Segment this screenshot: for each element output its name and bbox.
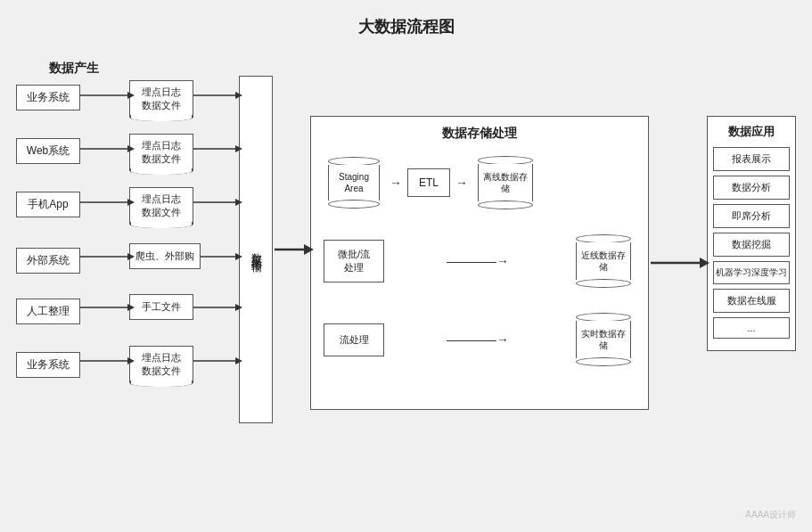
app-item-0: 报表展示 bbox=[713, 147, 790, 171]
staging-area-cylinder: Staging Area bbox=[324, 157, 384, 209]
app-item-6: ... bbox=[713, 317, 790, 339]
source-row-2: Web系统 bbox=[16, 138, 80, 168]
arrow-stream-db3: ————→ bbox=[390, 332, 566, 347]
log-file-6: 埋点日志 数据文件 bbox=[129, 346, 193, 383]
collection-box: 数据采集传输 bbox=[239, 76, 273, 423]
source-row-6: 业务系统 bbox=[16, 352, 80, 381]
app-item-2: 即席分析 bbox=[713, 204, 790, 228]
log-file-1: 埋点日志 数据文件 bbox=[129, 80, 193, 118]
source-row-1: 业务系统 bbox=[16, 85, 80, 114]
app-box: 数据应用 报表展示 数据分析 即席分析 数据挖掘 机器学习深度学习 数据在线服 … bbox=[707, 116, 796, 351]
log-file-2: 埋点日志 数据文件 bbox=[129, 134, 193, 171]
arrow-micro-db2: ————→ bbox=[390, 254, 566, 268]
app-item-3: 数据挖掘 bbox=[713, 233, 790, 257]
app-item-1: 数据分析 bbox=[713, 176, 790, 200]
storage-row-2: 微批/流 处理 ————→ 近线数据存 储 bbox=[324, 234, 636, 288]
log-file-5: 手工文件 bbox=[129, 294, 193, 320]
realtime-db-cylinder: 实时数据存 储 bbox=[571, 313, 636, 366]
nearline-db-cylinder: 近线数据存 储 bbox=[571, 234, 636, 288]
main-canvas: 大数据流程图 数据产生 业务系统 埋点日志 数据文件 Web系统 埋点日志 数据… bbox=[0, 0, 812, 532]
offline-db-cylinder: 离线数据存 储 bbox=[473, 156, 537, 209]
etl-box: ETL bbox=[407, 168, 450, 197]
data-generation-label: 数据产生 bbox=[49, 61, 99, 77]
log-file-4: 爬虫、外部购 bbox=[129, 243, 201, 269]
log-file-3: 埋点日志 数据文件 bbox=[129, 187, 193, 225]
source-box-5: 人工整理 bbox=[16, 299, 80, 324]
app-item-5: 数据在线服 bbox=[713, 289, 790, 313]
arrow-etl-db1: → bbox=[455, 176, 468, 190]
storage-row-1: Staging Area → ETL → 离线数据存 储 bbox=[324, 156, 636, 209]
source-row-5: 人工整理 bbox=[16, 299, 80, 328]
storage-row-3: 流处理 ————→ 实时数据存 储 bbox=[324, 313, 636, 366]
page-title: 大数据流程图 bbox=[0, 0, 812, 46]
storage-title: 数据存储处理 bbox=[311, 117, 648, 149]
source-row-4: 外部系统 bbox=[16, 248, 80, 277]
collection-label: 数据采集传输 bbox=[249, 244, 264, 255]
micro-batch-box: 微批/流 处理 bbox=[324, 240, 384, 282]
app-title: 数据应用 bbox=[713, 124, 790, 140]
source-box-6: 业务系统 bbox=[16, 352, 80, 378]
source-box-1: 业务系统 bbox=[16, 85, 80, 110]
source-box-4: 外部系统 bbox=[16, 248, 80, 274]
source-box-3: 手机App bbox=[16, 192, 80, 217]
source-row-3: 手机App bbox=[16, 192, 80, 221]
storage-box: 数据存储处理 Staging Area → ETL → bbox=[310, 116, 649, 410]
arrow-staging-etl: → bbox=[390, 176, 402, 190]
stream-process-box: 流处理 bbox=[324, 323, 384, 356]
watermark: AAAA设计师 bbox=[745, 509, 796, 521]
app-item-4: 机器学习深度学习 bbox=[713, 261, 790, 284]
source-box-2: Web系统 bbox=[16, 138, 80, 164]
